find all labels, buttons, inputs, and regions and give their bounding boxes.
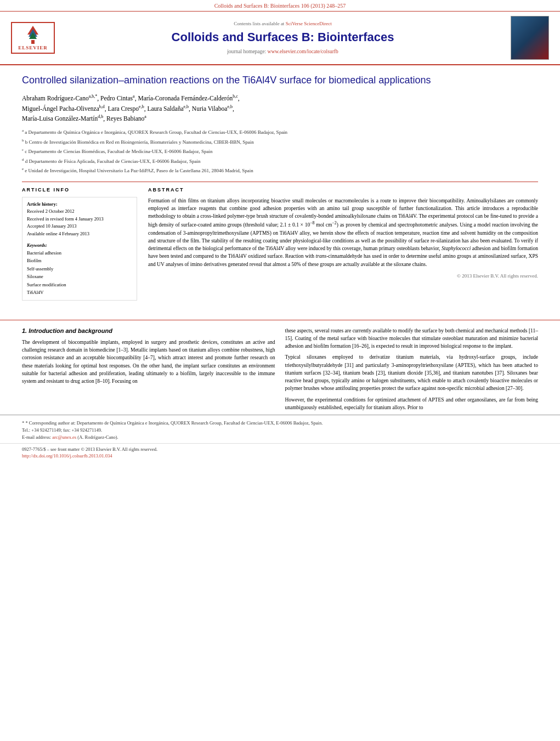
received-revised-date: Received in revised form 4 January 2013: [27, 216, 132, 223]
issn-line: 0927-7765/$ – see front matter © 2013 El…: [22, 446, 538, 453]
sciverse-link[interactable]: SciVerse ScienceDirect: [286, 21, 332, 26]
history-label: Article history:: [27, 201, 132, 208]
keyword-2: Biofilm: [27, 257, 132, 264]
elsevier-tree-icon: [25, 25, 41, 44]
affil-e: e e Unidad de Investigación, Hospital Un…: [22, 166, 538, 175]
affil-d: d d Departamento de Física Aplicada, Fac…: [22, 157, 538, 166]
received-date: Received 2 October 2012: [27, 208, 132, 216]
sciverse-line: Contents lists available at SciVerse Sci…: [60, 20, 505, 27]
doi-link[interactable]: http://dx.doi.org/10.1016/j.colsurfb.201…: [22, 453, 112, 459]
email-link[interactable]: arc@unex.es: [52, 434, 76, 440]
affil-c: c c Departamento de Ciencias Biomédicas,…: [22, 147, 538, 156]
body-right-para2: Typical siloxanes employed to derivatize…: [285, 353, 539, 392]
author-abraham: Abraham Rodríguez-Cano: [22, 95, 89, 101]
article-info-col: ARTICLE INFO Article history: Received 2…: [22, 186, 137, 305]
section1-heading: 1. Introduction and background: [22, 327, 275, 335]
footnote-tel: Tel.: +34 924271149; fax: +34 924271149.: [22, 427, 538, 434]
author-lara: Lara Crespo: [108, 105, 139, 112]
article-info-label: ARTICLE INFO: [22, 186, 137, 194]
keyword-4: Siloxane: [27, 273, 132, 280]
doi-line: http://dx.doi.org/10.1016/j.colsurfb.201…: [22, 453, 538, 460]
accepted-date: Accepted 10 January 2013: [27, 223, 132, 230]
journal-citation: Colloids and Surfaces B: Biointerfaces 1…: [214, 3, 346, 9]
journal-header: ELSEVIER Contents lists available at Sci…: [0, 12, 560, 65]
article-history: Article history: Received 2 October 2012…: [27, 201, 132, 238]
body-left-para1: The development of biocompatible implant…: [22, 338, 275, 386]
journal-center: Contents lists available at SciVerse Sci…: [60, 20, 505, 56]
abstract-label: ABSTRACT: [148, 186, 538, 194]
affil-a: a a Departamento de Química Orgánica e I…: [22, 128, 538, 137]
journal-thumbnail: [511, 16, 549, 60]
author-maria-l: María-Luisa González-Martín: [22, 115, 98, 122]
copyright-line: © 2013 Elsevier B.V. All rights reserved…: [148, 273, 538, 280]
author-reyes: Reyes Babiano: [106, 115, 144, 122]
available-date: Available online 4 February 2013: [27, 230, 132, 238]
section-divider: [0, 320, 560, 320]
body-right-para3: However, the experimental conditions for…: [285, 396, 539, 412]
author-pedro: Pedro Cintas: [100, 95, 133, 101]
keyword-5: Surface modification: [27, 281, 132, 289]
body-right-para1: these aspects, several routes are curren…: [285, 327, 539, 350]
article-info-box: Article history: Received 2 October 2012…: [22, 197, 137, 301]
body-right-col: these aspects, several routes are curren…: [285, 327, 539, 415]
elsevier-logo-box: ELSEVIER: [11, 22, 55, 54]
journal-title: Colloids and Surfaces B: Biointerfaces: [60, 29, 505, 46]
article-title: Controlled silanization–amination reacti…: [22, 73, 538, 87]
svg-rect-0: [31, 40, 35, 44]
abstract-text: Formation of thin films on titanium allo…: [148, 197, 538, 268]
footnote-star: * * Corresponding author at: Departament…: [22, 420, 538, 427]
abstract-col: ABSTRACT Formation of thin films on tita…: [148, 186, 538, 305]
article-info-abstract: ARTICLE INFO Article history: Received 2…: [22, 182, 538, 305]
homepage-link[interactable]: www.elsevier.com/locate/colsurfb: [268, 49, 338, 54]
body-left-col: 1. Introduction and background The devel…: [22, 327, 275, 415]
keyword-1: Bacterial adhesion: [27, 249, 132, 257]
author-miguel: Miguel-Ángel Pacha-Olivenza: [22, 105, 99, 112]
journal-citation-bar: Colloids and Surfaces B: Biointerfaces 1…: [0, 0, 560, 12]
keyword-6: Ti6Al4V: [27, 289, 132, 296]
author-laura: Laura Saldaña: [147, 105, 183, 112]
authors-line: Abraham Rodríguez-Canoa,b,*, Pedro Cinta…: [22, 93, 538, 123]
affil-b: b b Centro de Investigación Biomédica en…: [22, 138, 538, 146]
keyword-3: Self-assembly: [27, 265, 132, 273]
elsevier-text: ELSEVIER: [15, 44, 50, 52]
author-nuria: Nuria Vilaboa: [192, 105, 228, 112]
body-content: 1. Introduction and background The devel…: [0, 327, 560, 415]
journal-homepage: journal homepage: www.elsevier.com/locat…: [60, 48, 505, 55]
author-maria-c: María-Coronada Fernández-Calderón: [138, 95, 233, 101]
affiliations: a a Departamento de Química Orgánica e I…: [22, 128, 538, 175]
main-content: Controlled silanization–amination reacti…: [0, 65, 560, 313]
keywords-label: Keywords:: [27, 241, 132, 249]
bottom-bar: 0927-7765/$ – see front matter © 2013 El…: [0, 443, 560, 462]
elsevier-logo: ELSEVIER: [11, 22, 55, 54]
keywords-section: Keywords: Bacterial adhesion Biofilm Sel…: [27, 241, 132, 297]
footnote-email: E-mail address: arc@unex.es (A. Rodrígue…: [22, 434, 538, 441]
footnote-area: * * Corresponding author at: Departament…: [0, 415, 560, 443]
